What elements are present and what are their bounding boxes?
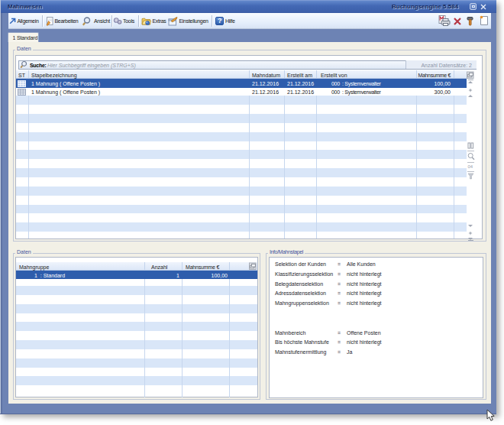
svg-text:04: 04 bbox=[467, 164, 473, 169]
